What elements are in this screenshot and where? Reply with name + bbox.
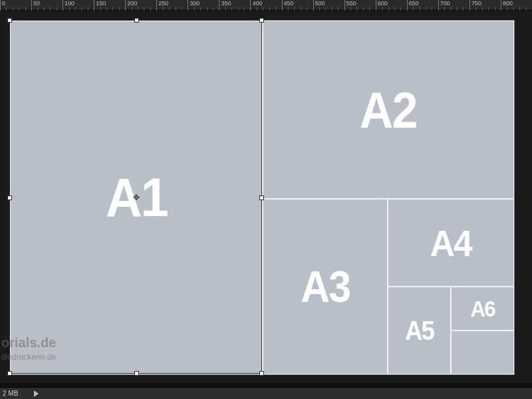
label-a5: A5	[405, 316, 434, 346]
canvas-area[interactable]: A1 A2 A3 A4 A5 A6	[0, 11, 532, 383]
watermark: orials.de diedruckerei.de	[0, 335, 56, 364]
box-blank[interactable]	[451, 331, 514, 374]
ruler-tick: 0	[0, 0, 5, 11]
artboard: A1 A2 A3 A4 A5 A6	[9, 20, 515, 375]
label-a4: A4	[430, 221, 471, 265]
box-a3[interactable]: A3	[263, 199, 388, 374]
box-a2[interactable]: A2	[263, 21, 514, 199]
watermark-line1: orials.de	[1, 335, 56, 350]
watermark-line2: diedruckerei.de	[1, 350, 56, 364]
status-bar: 2 MB	[0, 387, 532, 399]
label-a6: A6	[470, 296, 494, 322]
ruler-horizontal[interactable]: 0501001502002503003504004505005506006507…	[0, 0, 532, 11]
status-filesize: 2 MB	[3, 390, 18, 397]
box-a1[interactable]: A1	[10, 21, 263, 374]
box-a6[interactable]: A6	[451, 287, 514, 331]
box-a5[interactable]: A5	[388, 287, 451, 374]
box-a4[interactable]: A4	[388, 199, 514, 287]
label-a3: A3	[301, 261, 350, 312]
label-a1: A1	[106, 166, 168, 229]
play-icon[interactable]	[34, 390, 39, 397]
label-a2: A2	[360, 81, 417, 139]
